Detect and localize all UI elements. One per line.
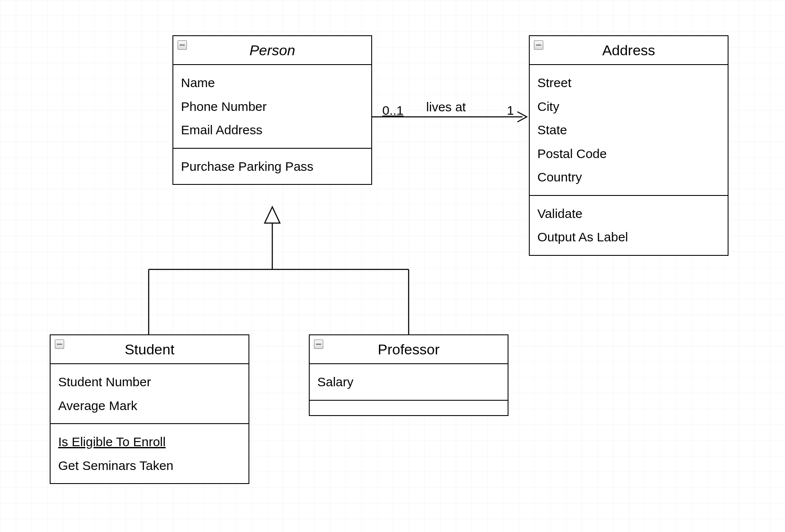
- class-name: Student: [124, 341, 174, 357]
- attribute: Name: [181, 71, 364, 95]
- attribute: Street: [537, 71, 720, 95]
- class-title: Address: [530, 36, 728, 65]
- operation: Get Seminars Taken: [58, 454, 241, 478]
- operations-section: Validate Output As Label: [530, 196, 728, 255]
- collapse-icon[interactable]: [55, 340, 64, 349]
- attribute: Average Mark: [58, 394, 241, 418]
- class-title: Person: [173, 36, 371, 65]
- class-name: Professor: [378, 341, 440, 357]
- attributes-section: Student Number Average Mark: [51, 364, 248, 424]
- attribute: Email Address: [181, 118, 364, 142]
- attributes-section: Salary: [310, 364, 508, 401]
- class-title: Student: [51, 335, 248, 364]
- class-student[interactable]: Student Student Number Average Mark Is E…: [50, 334, 249, 484]
- attributes-section: Name Phone Number Email Address: [173, 65, 371, 149]
- attribute: Student Number: [58, 370, 241, 394]
- collapse-icon[interactable]: [178, 40, 187, 50]
- attribute: Phone Number: [181, 95, 364, 119]
- class-name: Address: [602, 42, 655, 58]
- multiplicity-source: 0..1: [382, 103, 404, 117]
- class-address[interactable]: Address Street City State Postal Code Co…: [529, 35, 729, 256]
- operations-section: Purchase Parking Pass: [173, 149, 371, 184]
- class-title: Professor: [310, 335, 508, 364]
- collapse-icon[interactable]: [534, 40, 543, 50]
- operation: Output As Label: [537, 225, 720, 249]
- operation: Purchase Parking Pass: [181, 155, 364, 178]
- attribute: Country: [537, 165, 720, 189]
- generalization-tree: [149, 207, 409, 334]
- attribute: City: [537, 95, 720, 119]
- operation: Is Eligible To Enroll: [58, 430, 241, 454]
- class-name: Person: [249, 42, 295, 58]
- class-person[interactable]: Person Name Phone Number Email Address P…: [172, 35, 372, 185]
- attributes-section: Street City State Postal Code Country: [530, 65, 728, 196]
- class-professor[interactable]: Professor Salary: [309, 334, 508, 416]
- operations-section: Is Eligible To Enroll Get Seminars Taken: [51, 424, 248, 483]
- association-person-address: 0..1 lives at 1: [372, 100, 527, 122]
- collapse-icon[interactable]: [314, 340, 323, 349]
- attribute: Postal Code: [537, 142, 720, 166]
- association-label: lives at: [426, 100, 466, 114]
- multiplicity-target: 1: [507, 103, 514, 117]
- diagram-stage: Person Name Phone Number Email Address P…: [0, 0, 785, 532]
- svg-marker-2: [265, 207, 280, 223]
- operations-section: [310, 401, 508, 415]
- attribute: State: [537, 118, 720, 142]
- operation: Validate: [537, 202, 720, 226]
- attribute: Salary: [317, 370, 500, 394]
